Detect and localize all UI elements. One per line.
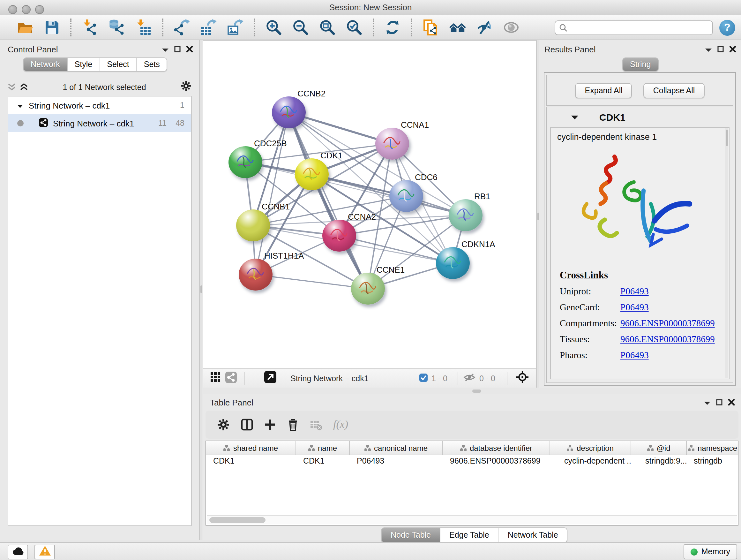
- control-panel-close-icon[interactable]: [186, 44, 193, 55]
- node-hist1h1a[interactable]: [239, 259, 272, 291]
- tab-select[interactable]: Select: [99, 58, 136, 71]
- refresh-button[interactable]: [384, 18, 401, 37]
- gene-section-collapse-icon[interactable]: [571, 111, 578, 123]
- column-header-namespace[interactable]: namespace: [687, 441, 738, 455]
- column-header-description[interactable]: description: [550, 441, 631, 455]
- collapse-all-networks-icon[interactable]: [8, 81, 16, 93]
- column-header-id[interactable]: @id: [631, 441, 687, 455]
- network-share-view-icon[interactable]: [225, 371, 237, 385]
- memory-button[interactable]: Memory: [684, 544, 737, 559]
- column-header-databaseidentifier[interactable]: database identifier: [443, 441, 550, 455]
- zoom-in-icon: [266, 19, 282, 36]
- tab-style[interactable]: Style: [67, 58, 99, 71]
- tab-node-table[interactable]: Node Table: [382, 528, 440, 542]
- crosslink-link[interactable]: P06493: [620, 302, 649, 313]
- left-splitter[interactable]: [199, 40, 202, 540]
- column-header-canonicalname[interactable]: canonical name: [350, 441, 443, 455]
- node-cdk1[interactable]: [294, 159, 328, 190]
- zoom-out-icon: [292, 19, 309, 36]
- table-panel-menu-icon[interactable]: [704, 396, 711, 408]
- select-columns-icon[interactable]: [241, 418, 253, 431]
- node-rb1[interactable]: [448, 199, 482, 231]
- node-cdkn1a[interactable]: [435, 247, 469, 279]
- export-table-button[interactable]: [200, 18, 218, 37]
- node-ccne1[interactable]: [351, 273, 385, 305]
- zoom-out-button[interactable]: [292, 18, 310, 37]
- home-button[interactable]: [449, 18, 467, 37]
- tab-network[interactable]: Network: [23, 58, 67, 71]
- cloud-status-button[interactable]: [8, 545, 28, 559]
- table-cell: 9606.ENSP00000378699: [443, 455, 550, 468]
- node-ccna2[interactable]: [322, 220, 356, 252]
- collapse-all-button[interactable]: Collapse All: [644, 83, 704, 98]
- crosslink-link[interactable]: P06493: [620, 350, 649, 361]
- expand-all-button[interactable]: Expand All: [576, 83, 632, 98]
- crosslink-link[interactable]: 9606.ENSP00000378699: [620, 318, 715, 329]
- right-splitter[interactable]: [536, 40, 539, 394]
- node-label-ccna1: CCNA1: [401, 120, 429, 130]
- string-network-icon: [39, 118, 48, 129]
- crosslink-link[interactable]: 9606.ENSP00000378699: [620, 334, 715, 345]
- tab-sets[interactable]: Sets: [136, 58, 167, 71]
- selected-checkbox-icon[interactable]: [419, 373, 428, 384]
- tab-string[interactable]: String: [623, 58, 658, 71]
- toggle-graphics-details-button[interactable]: [475, 18, 493, 37]
- zoom-in-button[interactable]: [265, 18, 283, 37]
- column-header-name[interactable]: name: [296, 441, 350, 455]
- delete-column-trash-icon[interactable]: [286, 418, 299, 431]
- control-panel-menu-icon[interactable]: [162, 44, 169, 55]
- tree-collapse-icon[interactable]: [17, 101, 23, 110]
- control-panel-float-icon[interactable]: [174, 44, 181, 55]
- save-session-button[interactable]: [43, 18, 61, 37]
- show-graphics-button[interactable]: [502, 18, 520, 37]
- add-column-icon[interactable]: [264, 419, 276, 430]
- results-panel-close-icon[interactable]: [730, 44, 736, 55]
- tab-edge-table[interactable]: Edge Table: [440, 528, 498, 542]
- open-in-window-icon[interactable]: [264, 371, 276, 386]
- birdseye-crosshair-icon[interactable]: [516, 371, 529, 386]
- table-row[interactable]: CDK1CDK1P064939606.ENSP00000378699cyclin…: [206, 455, 738, 468]
- edge-count: 48: [176, 119, 185, 128]
- column-type-icon: [364, 445, 371, 451]
- column-header-sharedname[interactable]: shared name: [206, 441, 296, 455]
- gene-name: CDK1: [599, 111, 625, 122]
- table-settings-gear-icon[interactable]: [217, 418, 230, 431]
- warnings-button[interactable]: [35, 545, 55, 559]
- results-scrollbar[interactable]: [725, 128, 728, 378]
- table-panel-close-icon[interactable]: [728, 396, 735, 408]
- expand-all-networks-icon[interactable]: [20, 81, 28, 93]
- duplicate-network-button[interactable]: [422, 18, 440, 37]
- import-network-button[interactable]: [81, 18, 99, 37]
- grid-view-icon[interactable]: [211, 372, 220, 384]
- crosslink-link[interactable]: P06493: [620, 286, 649, 297]
- export-image-button[interactable]: [226, 18, 245, 37]
- zoom-fit-button[interactable]: [319, 18, 336, 37]
- open-session-button[interactable]: [16, 18, 34, 37]
- table-panel-float-icon[interactable]: [716, 396, 723, 408]
- node-ccna1[interactable]: [375, 128, 409, 160]
- import-database-button[interactable]: [108, 18, 126, 37]
- import-table-button[interactable]: [135, 18, 152, 37]
- results-panel-menu-icon[interactable]: [705, 44, 712, 55]
- horizontal-splitter[interactable]: [203, 388, 741, 394]
- column-type-icon: [224, 445, 230, 451]
- table-horizontal-scrollbar[interactable]: [207, 515, 737, 524]
- node-ccnb2[interactable]: [272, 97, 306, 128]
- search-input[interactable]: [555, 20, 713, 35]
- results-panel-float-icon[interactable]: [718, 44, 724, 55]
- node-cdc25b[interactable]: [228, 146, 262, 178]
- node-ccnb1[interactable]: [236, 209, 270, 241]
- node-cdc6[interactable]: [389, 180, 423, 212]
- help-button[interactable]: ?: [719, 19, 735, 36]
- zoom-selected-button[interactable]: [345, 18, 363, 37]
- network-options-gear-icon[interactable]: [181, 80, 192, 94]
- refresh-icon: [384, 19, 401, 36]
- tab-network-table[interactable]: Network Table: [498, 528, 567, 542]
- protein-thumbnail: [277, 103, 299, 122]
- table-cell: cyclin-dependent ...: [550, 455, 631, 468]
- network-canvas[interactable]: CCNB2CCNA1CDC25BCDK1CDC6RB1CCNB1CCNA2CDK…: [203, 40, 536, 369]
- export-network-button[interactable]: [173, 18, 191, 37]
- network-tree-row[interactable]: String Network – cdk11: [8, 97, 191, 114]
- table-scrollbar-thumb[interactable]: [209, 517, 266, 523]
- network-tree-row[interactable]: String Network – cdk11148: [8, 114, 191, 132]
